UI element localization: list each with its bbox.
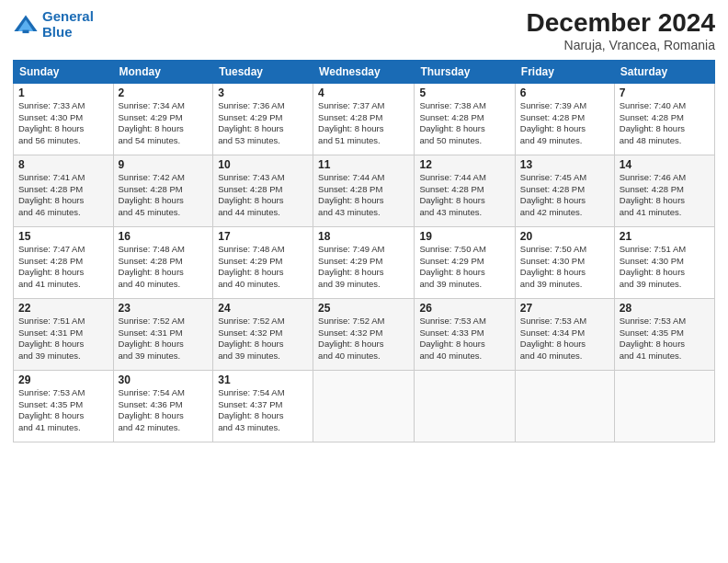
day-number: 11 — [318, 158, 409, 171]
calendar-cell: 27Sunrise: 7:53 AMSunset: 4:34 PMDayligh… — [515, 298, 614, 370]
day-info: Sunrise: 7:53 AMSunset: 4:33 PMDaylight:… — [419, 316, 509, 362]
day-number: 8 — [18, 158, 108, 171]
day-info: Sunrise: 7:53 AMSunset: 4:34 PMDaylight:… — [520, 316, 609, 362]
day-info: Sunrise: 7:46 AMSunset: 4:28 PMDaylight:… — [620, 172, 710, 219]
calendar-cell: 14Sunrise: 7:46 AMSunset: 4:28 PMDayligh… — [614, 155, 714, 226]
header-friday: Friday — [515, 60, 614, 83]
calendar-cell: 6Sunrise: 7:39 AMSunset: 4:28 PMDaylight… — [515, 83, 614, 155]
header-monday: Monday — [113, 60, 213, 83]
svg-rect-2 — [23, 29, 29, 33]
day-number: 3 — [218, 86, 308, 99]
day-number: 13 — [520, 158, 609, 171]
day-info: Sunrise: 7:39 AMSunset: 4:28 PMDaylight:… — [520, 100, 609, 147]
week-row-1: 1Sunrise: 7:33 AMSunset: 4:30 PMDaylight… — [14, 83, 715, 155]
calendar-cell: 23Sunrise: 7:52 AMSunset: 4:31 PMDayligh… — [113, 298, 213, 370]
day-number: 31 — [218, 373, 308, 386]
calendar-cell: 29Sunrise: 7:53 AMSunset: 4:35 PMDayligh… — [14, 370, 114, 442]
day-number: 15 — [18, 230, 108, 243]
logo-general: General — [42, 8, 94, 24]
day-number: 2 — [119, 86, 209, 99]
weekday-header-row: Sunday Monday Tuesday Wednesday Thursday… — [14, 60, 715, 83]
calendar-cell: 24Sunrise: 7:52 AMSunset: 4:32 PMDayligh… — [213, 298, 313, 370]
week-row-5: 29Sunrise: 7:53 AMSunset: 4:35 PMDayligh… — [14, 370, 715, 442]
day-number: 30 — [119, 373, 209, 386]
day-info: Sunrise: 7:40 AMSunset: 4:28 PMDaylight:… — [620, 100, 710, 147]
calendar-subtitle: Naruja, Vrancea, Romania — [527, 38, 715, 52]
calendar-cell: 19Sunrise: 7:50 AMSunset: 4:29 PMDayligh… — [415, 226, 515, 298]
day-info: Sunrise: 7:44 AMSunset: 4:28 PMDaylight:… — [419, 172, 509, 219]
calendar-cell: 11Sunrise: 7:44 AMSunset: 4:28 PMDayligh… — [313, 155, 415, 226]
header-wednesday: Wednesday — [313, 60, 415, 83]
calendar-cell: 21Sunrise: 7:51 AMSunset: 4:30 PMDayligh… — [614, 226, 714, 298]
day-number: 1 — [18, 86, 108, 99]
header: General Blue December 2024 Naruja, Vranc… — [13, 9, 715, 52]
day-info: Sunrise: 7:53 AMSunset: 4:35 PMDaylight:… — [18, 387, 108, 434]
week-row-2: 8Sunrise: 7:41 AMSunset: 4:28 PMDaylight… — [14, 155, 715, 226]
day-info: Sunrise: 7:54 AMSunset: 4:36 PMDaylight:… — [119, 387, 209, 434]
week-row-3: 15Sunrise: 7:47 AMSunset: 4:28 PMDayligh… — [14, 226, 715, 298]
day-info: Sunrise: 7:51 AMSunset: 4:31 PMDaylight:… — [18, 316, 108, 362]
calendar-cell — [415, 370, 515, 442]
day-number: 7 — [620, 86, 710, 99]
calendar-cell: 31Sunrise: 7:54 AMSunset: 4:37 PMDayligh… — [213, 370, 313, 442]
header-tuesday: Tuesday — [213, 60, 313, 83]
day-info: Sunrise: 7:44 AMSunset: 4:28 PMDaylight:… — [318, 172, 409, 219]
day-number: 22 — [18, 302, 108, 315]
day-info: Sunrise: 7:47 AMSunset: 4:28 PMDaylight:… — [18, 244, 108, 291]
day-number: 24 — [218, 302, 308, 315]
calendar-cell: 8Sunrise: 7:41 AMSunset: 4:28 PMDaylight… — [14, 155, 114, 226]
calendar-cell: 28Sunrise: 7:53 AMSunset: 4:35 PMDayligh… — [614, 298, 714, 370]
calendar-cell: 2Sunrise: 7:34 AMSunset: 4:29 PMDaylight… — [113, 83, 213, 155]
day-number: 16 — [119, 230, 209, 243]
calendar-cell: 1Sunrise: 7:33 AMSunset: 4:30 PMDaylight… — [14, 83, 114, 155]
day-number: 10 — [218, 158, 308, 171]
calendar-cell: 4Sunrise: 7:37 AMSunset: 4:28 PMDaylight… — [313, 83, 415, 155]
day-number: 25 — [318, 302, 409, 315]
day-number: 9 — [119, 158, 209, 171]
calendar-cell: 25Sunrise: 7:52 AMSunset: 4:32 PMDayligh… — [313, 298, 415, 370]
calendar-cell: 12Sunrise: 7:44 AMSunset: 4:28 PMDayligh… — [415, 155, 515, 226]
day-info: Sunrise: 7:38 AMSunset: 4:28 PMDaylight:… — [419, 100, 509, 147]
header-saturday: Saturday — [614, 60, 714, 83]
day-info: Sunrise: 7:52 AMSunset: 4:32 PMDaylight:… — [218, 316, 308, 362]
calendar-cell: 22Sunrise: 7:51 AMSunset: 4:31 PMDayligh… — [14, 298, 114, 370]
header-thursday: Thursday — [415, 60, 515, 83]
calendar-cell: 20Sunrise: 7:50 AMSunset: 4:30 PMDayligh… — [515, 226, 614, 298]
day-number: 29 — [18, 373, 108, 386]
title-area: December 2024 Naruja, Vrancea, Romania — [527, 9, 715, 52]
day-number: 6 — [520, 86, 609, 99]
day-number: 28 — [620, 302, 710, 315]
header-sunday: Sunday — [14, 60, 114, 83]
day-number: 20 — [520, 230, 609, 243]
calendar-cell: 30Sunrise: 7:54 AMSunset: 4:36 PMDayligh… — [113, 370, 213, 442]
logo-text: General Blue — [42, 9, 94, 40]
calendar-cell — [313, 370, 415, 442]
calendar-cell: 9Sunrise: 7:42 AMSunset: 4:28 PMDaylight… — [113, 155, 213, 226]
day-info: Sunrise: 7:51 AMSunset: 4:30 PMDaylight:… — [620, 244, 710, 291]
day-info: Sunrise: 7:37 AMSunset: 4:28 PMDaylight:… — [318, 100, 409, 147]
logo-area: General Blue — [13, 9, 94, 40]
day-info: Sunrise: 7:33 AMSunset: 4:30 PMDaylight:… — [18, 100, 108, 147]
calendar-cell — [515, 370, 614, 442]
day-number: 17 — [218, 230, 308, 243]
day-number: 14 — [620, 158, 710, 171]
day-number: 18 — [318, 230, 409, 243]
calendar-cell: 10Sunrise: 7:43 AMSunset: 4:28 PMDayligh… — [213, 155, 313, 226]
day-number: 23 — [119, 302, 209, 315]
logo-blue: Blue — [42, 24, 73, 40]
day-info: Sunrise: 7:43 AMSunset: 4:28 PMDaylight:… — [218, 172, 308, 219]
day-info: Sunrise: 7:54 AMSunset: 4:37 PMDaylight:… — [218, 387, 308, 434]
calendar-cell: 16Sunrise: 7:48 AMSunset: 4:28 PMDayligh… — [113, 226, 213, 298]
day-info: Sunrise: 7:50 AMSunset: 4:29 PMDaylight:… — [419, 244, 509, 291]
day-info: Sunrise: 7:34 AMSunset: 4:29 PMDaylight:… — [119, 100, 209, 147]
day-info: Sunrise: 7:42 AMSunset: 4:28 PMDaylight:… — [119, 172, 209, 219]
calendar-cell: 13Sunrise: 7:45 AMSunset: 4:28 PMDayligh… — [515, 155, 614, 226]
day-info: Sunrise: 7:36 AMSunset: 4:29 PMDaylight:… — [218, 100, 308, 147]
day-number: 21 — [620, 230, 710, 243]
day-info: Sunrise: 7:50 AMSunset: 4:30 PMDaylight:… — [520, 244, 609, 291]
day-number: 26 — [419, 302, 509, 315]
calendar-cell: 26Sunrise: 7:53 AMSunset: 4:33 PMDayligh… — [415, 298, 515, 370]
page: General Blue December 2024 Naruja, Vranc… — [0, 0, 728, 563]
logo-icon — [13, 12, 39, 38]
day-number: 27 — [520, 302, 609, 315]
